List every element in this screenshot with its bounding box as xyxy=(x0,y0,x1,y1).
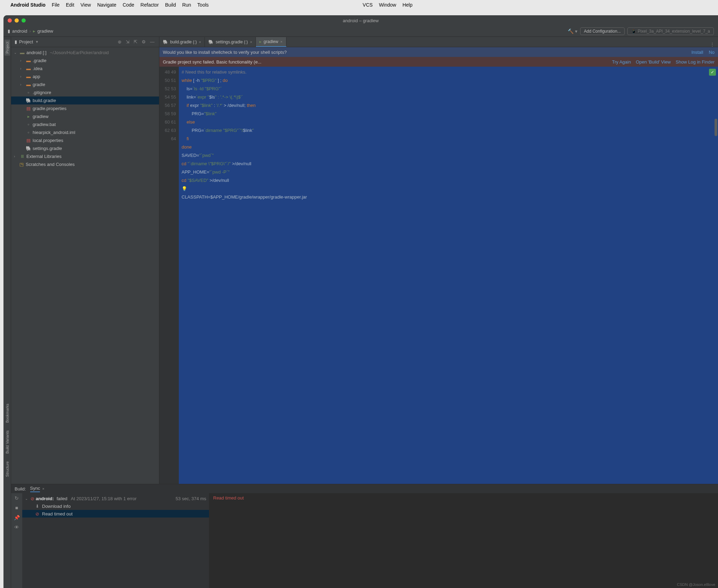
crumb-file[interactable]: gradlew xyxy=(37,28,53,34)
tree-item[interactable]: 🐘build.gradle xyxy=(11,96,159,104)
tree-item[interactable]: ›▬.gradle xyxy=(11,57,159,65)
menu-code[interactable]: Code xyxy=(123,2,134,8)
close-button[interactable] xyxy=(8,18,12,23)
code-editor[interactable]: 48 49 50 51 52 53 54 55 56 57 58 59 60 6… xyxy=(159,67,417,341)
tree-root[interactable]: ⌄ ▬ android [:] ~/Joson/HoEarPicker/andr… xyxy=(11,49,159,57)
module-icon: ▬ xyxy=(19,50,25,55)
ide-window: android – gradlew ▮ android › ▸ gradlew … xyxy=(3,15,417,341)
tree-label: gradlew.bat xyxy=(33,122,56,127)
editor-pane: 🐘 build.gradle (:) × 🐘 settings.gradle (… xyxy=(159,37,417,341)
ext-lib-label: External Libraries xyxy=(26,154,61,159)
tree-label: settings.gradle xyxy=(33,146,62,151)
app-name[interactable]: Android Studio xyxy=(10,2,45,8)
crumb-project[interactable]: android xyxy=(12,28,27,34)
project-icon: ▮ xyxy=(15,39,17,44)
menu-file[interactable]: File xyxy=(52,2,60,8)
menu-refactor[interactable]: Refactor xyxy=(141,2,159,8)
sync-failed-banner: Gradle project sync failed. Basic functi… xyxy=(159,57,417,67)
menu-tools[interactable]: Tools xyxy=(197,2,209,8)
line-gutter[interactable]: 48 49 50 51 52 53 54 55 56 57 58 59 60 6… xyxy=(159,67,179,341)
tree-label: gradle.properties xyxy=(33,106,67,111)
chevron-down-icon[interactable]: ▼ xyxy=(35,40,39,44)
menu-view[interactable]: View xyxy=(81,2,91,8)
menu-build[interactable]: Build xyxy=(165,2,176,8)
collapse-icon[interactable]: ⇱ xyxy=(133,39,139,44)
tree-item[interactable]: ›▬gradle xyxy=(11,81,159,89)
gear-icon[interactable]: ⚙ xyxy=(141,39,147,44)
menu-vcs[interactable]: VCS xyxy=(363,2,373,8)
tab-label: gradlew xyxy=(264,39,278,44)
tree-item[interactable]: 🐘settings.gradle xyxy=(11,144,159,152)
traffic-lights xyxy=(8,18,26,23)
chevron-icon[interactable]: › xyxy=(20,59,24,62)
tree-item[interactable]: ›▬app xyxy=(11,73,159,81)
intention-bulb-icon[interactable]: 💡 xyxy=(182,185,187,193)
shellcheck-banner: Would you like to install shellcheck to … xyxy=(159,47,417,57)
sh-icon: ▸ xyxy=(259,39,261,44)
chevron-icon[interactable]: › xyxy=(20,67,24,70)
banner-text: Would you like to install shellcheck to … xyxy=(163,50,287,55)
navigation-bar: ▮ android › ▸ gradlew 🔨 ▾ Add Configurat… xyxy=(3,26,417,37)
tab-gradlew[interactable]: ▸ gradlew × xyxy=(256,37,286,47)
expand-icon[interactable]: ⇲ xyxy=(125,39,131,44)
tab-label: settings.gradle (:) xyxy=(216,40,248,44)
tree-label: gradlew xyxy=(33,114,49,119)
tree-item[interactable]: ›▬.idea xyxy=(11,65,159,73)
library-icon: Ⅲ xyxy=(19,154,25,159)
chevron-right-icon[interactable]: › xyxy=(14,154,18,158)
banner-text: Gradle project sync failed. Basic functi… xyxy=(163,59,261,65)
sh-icon: ▸ xyxy=(33,28,35,34)
tree-label: hiearpick_android.iml xyxy=(33,130,75,135)
close-icon[interactable]: × xyxy=(199,40,201,44)
close-icon[interactable]: × xyxy=(250,40,252,44)
menu-edit[interactable]: Edit xyxy=(66,2,74,8)
window-titlebar: android – gradlew xyxy=(3,15,417,26)
tree-label: app xyxy=(33,74,40,79)
tree-label: .gradle xyxy=(33,58,47,63)
tree-item[interactable]: ▫gradlew.bat xyxy=(11,120,159,128)
chevron-down-icon[interactable]: ⌄ xyxy=(14,51,18,54)
window-title: android – gradlew xyxy=(343,18,378,23)
gradle-icon: 🐘 xyxy=(163,40,168,44)
folder-icon: ▮ xyxy=(8,28,10,34)
chevron-right-icon: › xyxy=(29,28,31,34)
zoom-button[interactable] xyxy=(22,18,26,23)
tab-label: build.gradle (:) xyxy=(170,40,197,44)
locate-icon[interactable]: ⊕ xyxy=(117,39,123,44)
tree-item[interactable]: ▫.gitignore xyxy=(11,89,159,96)
tree-external-libs[interactable]: › Ⅲ External Libraries xyxy=(11,152,159,160)
menu-navigate[interactable]: Navigate xyxy=(97,2,116,8)
menu-run[interactable]: Run xyxy=(182,2,191,8)
tree-label: gradle xyxy=(33,82,45,87)
tree-label: .idea xyxy=(33,66,42,71)
tree-label: build.gradle xyxy=(33,98,56,103)
root-label: android [:] xyxy=(26,50,47,55)
hide-icon[interactable]: — xyxy=(149,39,156,44)
project-view-label[interactable]: Project xyxy=(19,39,33,44)
tab-build-gradle[interactable]: 🐘 build.gradle (:) × xyxy=(159,37,205,47)
tree-scratches[interactable]: ◳ Scratches and Consoles xyxy=(11,160,159,168)
scratch-icon: ◳ xyxy=(19,162,24,167)
gradle-icon: 🐘 xyxy=(208,40,214,44)
tree-item[interactable]: ▸gradlew xyxy=(11,112,159,120)
chevron-icon[interactable]: › xyxy=(20,75,24,78)
project-tree[interactable]: ⌄ ▬ android [:] ~/Joson/HoEarPicker/andr… xyxy=(11,47,159,341)
tab-settings-gradle[interactable]: 🐘 settings.gradle (:) × xyxy=(205,37,256,47)
project-pane: ▮ Project ▼ ⊕ ⇲ ⇱ ⚙ — ⌄ ▬ xyxy=(11,37,159,341)
close-icon[interactable]: × xyxy=(280,40,282,44)
tree-item[interactable]: ▫hiearpick_android.iml xyxy=(11,128,159,136)
minimize-button[interactable] xyxy=(15,18,19,23)
editor-tabs: 🐘 build.gradle (:) × 🐘 settings.gradle (… xyxy=(159,37,417,47)
chevron-icon[interactable]: › xyxy=(20,83,24,86)
code-body[interactable]: # Need this for relative symlinks. while… xyxy=(179,67,417,341)
tab-project[interactable]: Project xyxy=(5,40,10,56)
breadcrumb[interactable]: ▮ android › ▸ gradlew xyxy=(8,28,53,34)
project-pane-header: ▮ Project ▼ ⊕ ⇲ ⇱ ⚙ — xyxy=(11,37,159,47)
root-path: ~/Joson/HoEarPicker/android xyxy=(50,50,109,55)
menu-window[interactable]: Window xyxy=(379,2,396,8)
tree-item[interactable]: ▤local.properties xyxy=(11,136,159,144)
scratches-label: Scratches and Consoles xyxy=(26,162,75,167)
macos-menubar: Android Studio File Edit View Navigate C… xyxy=(0,0,417,10)
menu-help[interactable]: Help xyxy=(402,2,412,8)
tree-item[interactable]: ▤gradle.properties xyxy=(11,104,159,112)
